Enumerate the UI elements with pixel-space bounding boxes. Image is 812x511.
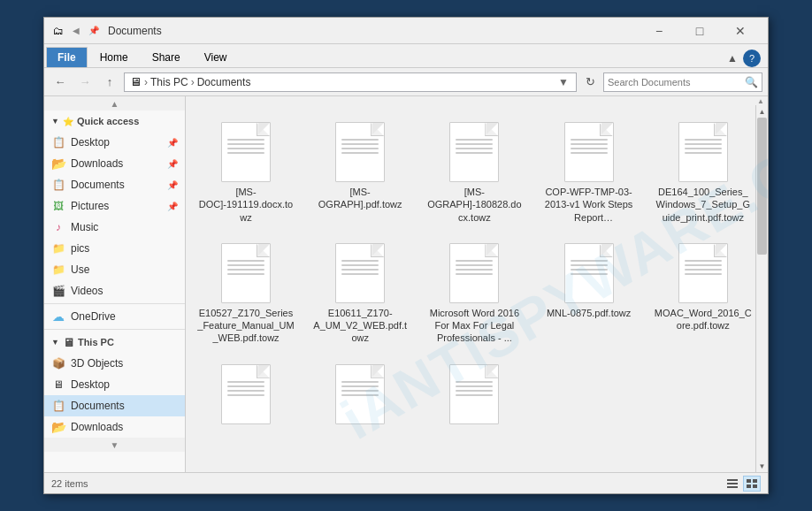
this-pc-section: ▼ 🖥 This PC 📦 3D Objects 🖥 Desktop 📋 Doc… bbox=[44, 332, 185, 438]
sidebar-item-3d-objects[interactable]: 📦 3D Objects bbox=[44, 353, 185, 374]
file-icon-7 bbox=[332, 240, 388, 303]
tab-file[interactable]: File bbox=[46, 47, 88, 67]
pictures-icon: 🖼 bbox=[51, 199, 65, 213]
scrollbar-thumb[interactable] bbox=[757, 118, 767, 255]
quick-access-header: ▼ ⭐ Quick access bbox=[44, 111, 185, 132]
documents-icon: 📋 bbox=[51, 178, 65, 192]
svg-rect-4 bbox=[753, 479, 757, 483]
close-button[interactable]: ✕ bbox=[720, 18, 761, 44]
file-name-9: MNL-0875.pdf.towz bbox=[547, 307, 631, 319]
file-icon-2 bbox=[332, 118, 388, 182]
sidebar-item-downloads2[interactable]: 📂 Downloads bbox=[44, 416, 185, 438]
ribbon: File Home Share View ▲ ? bbox=[44, 44, 768, 68]
file-name-1: [MS-DOC]-191119.docx.towz bbox=[197, 186, 295, 224]
use-icon: 📁 bbox=[51, 263, 65, 277]
scroll-up-icon[interactable]: ▲ bbox=[757, 97, 764, 105]
sidebar-item-music[interactable]: ♪ Music bbox=[44, 217, 185, 238]
file-name-5: DE164_100_Series_Windows_7_Setup_Guide_p… bbox=[655, 186, 752, 224]
search-input[interactable] bbox=[608, 77, 745, 88]
file-item-10[interactable]: MOAC_Word_2016_Core.pdf.towz bbox=[650, 233, 756, 351]
forward-button[interactable]: → bbox=[74, 72, 96, 92]
path-documents[interactable]: Documents bbox=[197, 76, 251, 88]
sidebar-item-pictures[interactable]: 🖼 Pictures 📌 bbox=[44, 195, 185, 217]
pin-indicator: 📌 bbox=[167, 138, 178, 148]
up-button[interactable]: ↑ bbox=[99, 72, 120, 92]
title-bar: 🗂 ◀ 📌 Documents − □ ✕ bbox=[44, 18, 768, 44]
file-item-5[interactable]: DE164_100_Series_Windows_7_Setup_Guide_p… bbox=[650, 112, 756, 230]
file-item-7[interactable]: E10611_Z170-A_UM_V2_WEB.pdf.towz bbox=[307, 233, 413, 351]
file-grid: [MS-DOC]-191119.docx.towz bbox=[186, 105, 768, 472]
tab-view[interactable]: View bbox=[193, 47, 239, 67]
star-icon: ⭐ bbox=[63, 117, 73, 126]
music-icon: ♪ bbox=[51, 220, 65, 234]
file-item-8[interactable]: Microsoft Word 2016 For Max For Legal Pr… bbox=[421, 233, 527, 351]
scrollbar-track[interactable] bbox=[756, 118, 768, 460]
quick-access-label: Quick access bbox=[77, 116, 139, 126]
file-name-6: E10527_Z170_Series_Feature_Manual_UM_WEB… bbox=[197, 307, 295, 345]
sidebar-item-downloads[interactable]: 📂 Downloads 📌 bbox=[44, 153, 185, 174]
file-name-10: MOAC_Word_2016_Core.pdf.towz bbox=[655, 307, 752, 332]
maximize-button[interactable]: □ bbox=[679, 18, 720, 44]
sidebar-item-desktop2[interactable]: 🖥 Desktop bbox=[44, 374, 185, 395]
file-item-9[interactable]: MNL-0875.pdf.towz bbox=[536, 233, 642, 351]
sidebar-divider-1 bbox=[44, 303, 185, 304]
computer-icon: 🖥 bbox=[130, 75, 142, 88]
path-this-pc[interactable]: This PC bbox=[150, 76, 188, 88]
file-name-2: [MS-OGRAPH].pdf.towz bbox=[311, 186, 409, 211]
window-controls: − □ ✕ bbox=[639, 18, 761, 44]
address-input[interactable]: 🖥 › This PC › Documents ▼ bbox=[124, 72, 577, 92]
downloads-icon: 📂 bbox=[51, 156, 65, 171]
file-item-3[interactable]: [MS-OGRAPH]-180828.docx.towz bbox=[421, 112, 527, 230]
file-item-6[interactable]: E10527_Z170_Series_Feature_Manual_UM_WEB… bbox=[193, 233, 299, 351]
sidebar-item-videos[interactable]: 🎬 Videos bbox=[44, 280, 185, 301]
pics-icon: 📁 bbox=[51, 241, 65, 256]
scrollbar[interactable]: ▲ ▼ bbox=[755, 105, 768, 472]
file-item-11[interactable] bbox=[193, 355, 299, 434]
file-icon-3 bbox=[446, 118, 502, 182]
sidebar-item-onedrive[interactable]: ☁ OneDrive bbox=[44, 306, 185, 327]
address-dropdown-icon[interactable]: ▼ bbox=[556, 76, 571, 88]
downloads-pin-icon: 📌 bbox=[167, 159, 178, 169]
minimize-button[interactable]: − bbox=[639, 18, 679, 44]
ribbon-tabs: File Home Share View ▲ ? bbox=[44, 44, 768, 67]
sidebar-item-pics[interactable]: 📁 pics bbox=[44, 238, 185, 259]
sidebar-scroll-down[interactable]: ▼ bbox=[44, 438, 185, 452]
desktop2-icon: 🖥 bbox=[51, 378, 65, 392]
sidebar-item-desktop[interactable]: 📋 Desktop 📌 bbox=[44, 132, 185, 153]
search-icon: 🔍 bbox=[745, 76, 758, 88]
tab-share[interactable]: Share bbox=[141, 47, 192, 67]
sidebar-item-use[interactable]: 📁 Use bbox=[44, 259, 185, 280]
downloads2-icon: 📂 bbox=[51, 420, 65, 434]
onedrive-icon: ☁ bbox=[51, 309, 65, 324]
sidebar-item-documents2[interactable]: 📋 Documents bbox=[44, 395, 185, 416]
refresh-button[interactable]: ↻ bbox=[580, 72, 600, 92]
file-item-4[interactable]: COP-WFP-TMP-03-2013-v1 Work Steps Report… bbox=[536, 112, 642, 230]
scroll-up-btn[interactable]: ▲ bbox=[756, 105, 768, 118]
file-item-12[interactable] bbox=[307, 355, 413, 434]
address-bar: ← → ↑ 🖥 › This PC › Documents ▼ ↻ 🔍 bbox=[44, 68, 768, 96]
3d-objects-icon: 📦 bbox=[51, 356, 65, 370]
grid-view-icon bbox=[747, 479, 757, 488]
back-button[interactable]: ← bbox=[50, 72, 71, 92]
file-item-13[interactable] bbox=[421, 355, 527, 434]
file-icon-8 bbox=[446, 240, 502, 303]
grid-view-button[interactable] bbox=[743, 476, 761, 492]
quick-access-section: ▼ ⭐ Quick access 📋 Desktop 📌 📂 Downloads… bbox=[44, 111, 185, 301]
ribbon-collapse-icon[interactable]: ▲ bbox=[727, 52, 738, 65]
help-button[interactable]: ? bbox=[743, 50, 761, 67]
main-content: ▲ ▼ ⭐ Quick access 📋 Desktop 📌 📂 Downloa… bbox=[44, 96, 768, 472]
desktop-icon: 📋 bbox=[51, 135, 65, 149]
sidebar-item-documents[interactable]: 📋 Documents 📌 bbox=[44, 174, 185, 195]
title-bar-icons: 🗂 ◀ 📌 bbox=[51, 24, 101, 38]
view-toggles bbox=[724, 476, 761, 492]
list-view-button[interactable] bbox=[724, 476, 741, 492]
sidebar-scroll-up[interactable]: ▲ bbox=[44, 96, 185, 111]
tab-home[interactable]: Home bbox=[88, 47, 140, 67]
svg-rect-5 bbox=[747, 484, 751, 488]
this-pc-chevron-icon: ▼ bbox=[51, 338, 59, 347]
file-item-2[interactable]: [MS-OGRAPH].pdf.towz bbox=[307, 112, 413, 230]
svg-rect-2 bbox=[727, 486, 738, 488]
file-item-1[interactable]: [MS-DOC]-191119.docx.towz bbox=[193, 112, 299, 230]
quick-access-chevron-icon: ▼ bbox=[51, 117, 59, 126]
scroll-down-btn[interactable]: ▼ bbox=[756, 460, 768, 472]
